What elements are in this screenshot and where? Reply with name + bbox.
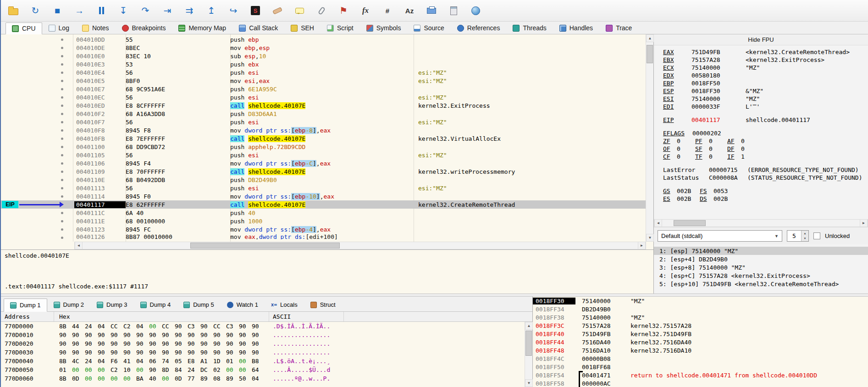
breakpoint-gutter[interactable] (1, 225, 74, 233)
dump-row[interactable]: 770D005001000000C21000908D8424DC02000064… (1, 365, 525, 374)
scroll-left-icon[interactable]: ◄ (75, 242, 83, 249)
execute-till-return-icon[interactable]: ⇥ (160, 4, 174, 17)
dump-row[interactable]: 770D00608B0D00000000BA40000D778908895004… (1, 374, 525, 383)
disasm-row[interactable]: 00401109E8 70FFFFFFcall shellcode.40107E… (1, 167, 646, 176)
functions-icon[interactable]: fx (359, 4, 372, 17)
attach-icon[interactable] (315, 4, 328, 17)
scroll-right-icon[interactable]: ► (860, 219, 868, 227)
scrollbar-track[interactable] (662, 220, 860, 227)
scrollbar-track[interactable] (525, 330, 532, 379)
step-over-icon[interactable]: ↷ (138, 4, 152, 17)
breakpoint-gutter[interactable] (1, 134, 74, 143)
disasm-row[interactable]: 004010EC56push esiesi:"MZ" (1, 93, 646, 101)
stack-row[interactable]: 0018FF447516DA40kernel32.7516DA40 (533, 338, 868, 346)
tab-dump-2[interactable]: Dump 2 (47, 298, 91, 311)
stack-row[interactable]: 0018FF3C75157A28kernel32.75157A28 (533, 321, 868, 330)
breakpoint-gutter[interactable] (1, 68, 74, 77)
disasm-row[interactable]: 004011068945 F4mov dword ptr ss:[ebp-C],… (1, 159, 646, 167)
tab-script[interactable]: Script (321, 22, 360, 34)
tab-dump-5[interactable]: Dump 5 (177, 298, 221, 311)
calculator-icon[interactable] (447, 4, 460, 17)
call-arg-row[interactable]: 5: [esp+10] 751D49FB <kernel32.CreateRem… (654, 280, 868, 288)
tab-dump-3[interactable]: Dump 3 (90, 298, 134, 311)
disassembly-view[interactable]: 004010DD55push ebp004010DE8BECmov ebp,es… (1, 34, 646, 242)
breakpoint-gutter[interactable] (1, 209, 74, 217)
tab-seh[interactable]: SEH (284, 22, 321, 34)
step-into-icon[interactable]: ↧ (116, 4, 130, 17)
labels-icon[interactable]: # (381, 4, 394, 17)
disasm-row[interactable]: 004010E768 9C951A6Epush 6E1A959C (1, 85, 646, 93)
dump-rows[interactable]: 770D00008B442404CCC20400CC90C390CCC39090… (1, 322, 525, 387)
breakpoint-gutter[interactable] (1, 35, 74, 44)
stack-pane[interactable]: 0018FF3075140000"MZ"0018FF34DB2D49B00018… (533, 297, 868, 387)
tab-locals[interactable]: x=Locals (265, 298, 304, 311)
scrollbar-thumb[interactable] (190, 243, 340, 249)
stack-row[interactable]: 0018FF500018FF68 (533, 363, 868, 371)
breakpoint-gutter[interactable] (1, 192, 74, 200)
calling-convention-select[interactable]: Default (stdcall) ▼ (658, 230, 782, 242)
run-to-user-code-icon[interactable]: ⇉ (182, 4, 196, 17)
spin-down-icon[interactable]: ▼ (802, 236, 808, 242)
register-row[interactable]: ESI75140000"MZ" (654, 95, 868, 103)
stack-row[interactable]: 0018FF34DB2D49B0 (533, 305, 868, 313)
disasm-row[interactable]: 0040110E68 B0492DDBpush DB2D49B0 (1, 176, 646, 184)
tab-watch-1[interactable]: Watch 1 (221, 298, 265, 311)
horizontal-splitter[interactable] (1, 293, 868, 297)
disasm-row[interactable]: 0040110556push esiesi:"MZ" (1, 151, 646, 159)
hide-fpu-button[interactable]: Hide FPU (654, 34, 868, 45)
stack-row[interactable]: 0018FF5400401471return to shellcode.0040… (533, 371, 868, 379)
register-row[interactable]: ESP0018FF30&"MZ" (654, 87, 868, 95)
tab-log[interactable]: Log (42, 22, 76, 34)
breakpoint-gutter[interactable] (1, 52, 74, 60)
breakpoint-gutter[interactable] (1, 126, 74, 134)
breakpoint-gutter[interactable] (1, 118, 74, 126)
register-row[interactable]: ES002BDS002B (654, 195, 868, 203)
animate-into-icon[interactable]: ↪ (227, 4, 240, 17)
tab-symbols[interactable]: Symbols (360, 22, 408, 34)
disasm-row[interactable]: 004010DE8BECmov ebp,esp (1, 44, 646, 52)
breakpoint-gutter[interactable] (1, 151, 74, 159)
scroll-left-icon[interactable]: ◄ (654, 219, 662, 227)
tab-breakpoints[interactable]: Breakpoints (116, 22, 172, 34)
register-row[interactable]: EBP0018FF50 (654, 79, 868, 87)
breakpoint-gutter[interactable] (1, 44, 74, 52)
breakpoint-gutter[interactable] (1, 101, 74, 110)
tab-cpu[interactable]: CPU (6, 22, 42, 34)
register-row[interactable]: ECX75140000"MZ" (654, 64, 868, 72)
call-arg-row[interactable]: 2: [esp+4] DB2D49B0 (654, 255, 868, 263)
comments-icon[interactable] (293, 4, 306, 17)
spin-up-icon[interactable]: ▲ (802, 231, 808, 236)
register-row[interactable]: EAX751D49FB<kernel32.CreateRemoteThread> (654, 48, 868, 56)
breakpoint-gutter[interactable] (1, 85, 74, 93)
dump-row[interactable]: 770D003090909090909090909090909090909090… (1, 348, 525, 357)
disasm-row[interactable]: 0040111E68 00100000push 1000 (1, 217, 646, 225)
disasm-row[interactable]: 004010F88945 F8mov dword ptr ss:[ebp-8],… (1, 126, 646, 134)
stack-row[interactable]: 0018FF58000000AC (533, 379, 868, 387)
register-row[interactable]: LastStatusC000008A(STATUS_RESOURCE_TYPE_… (654, 174, 868, 182)
call-arg-row[interactable]: 3: [esp+8] 75140000 "MZ" (654, 263, 868, 271)
scroll-right-icon[interactable]: ► (638, 242, 646, 249)
stop-icon[interactable]: ■ (50, 4, 64, 17)
scrollbar-thumb[interactable] (525, 331, 532, 356)
run-icon[interactable]: → (72, 4, 86, 17)
tab-handles[interactable]: Handles (553, 22, 599, 34)
dump-vscrollbar[interactable]: ▲ ▼ (525, 322, 532, 387)
breakpoint-gutter[interactable] (1, 233, 74, 239)
disasm-row[interactable]: 0040110068 DD9CBD72push apphelp.72BD9CDD (1, 143, 646, 151)
dump-row[interactable]: 770D002090909090909090909090909090909090… (1, 339, 525, 348)
breakpoint-gutter[interactable] (1, 110, 74, 118)
disasm-row[interactable]: 004010FBE8 7EFFFFFFcall shellcode.40107E… (1, 134, 646, 143)
register-row[interactable]: CF0TF0IF1 (654, 153, 868, 160)
register-row[interactable]: OF0SF0DF0 (654, 145, 868, 153)
breakpoint-gutter[interactable] (1, 159, 74, 167)
dump-row[interactable]: 770D001090909090909090909090909090909090… (1, 331, 525, 339)
scrollbar-track[interactable] (83, 242, 638, 249)
encode-icon[interactable]: Az (403, 4, 416, 17)
tab-notes[interactable]: Notes (76, 22, 116, 34)
scroll-down-icon[interactable]: ▼ (646, 234, 654, 242)
disasm-row[interactable]: 0040111C6A 40push 40 (1, 209, 646, 217)
stack-row[interactable]: 0018FF4C00000B08 (533, 354, 868, 363)
call-arg-row[interactable]: 1: [esp] 75140000 "MZ" (654, 247, 868, 255)
breakpoint-gutter[interactable] (1, 77, 74, 85)
disasm-row[interactable]: 004011268B87 00010000mov eax,dword ptr d… (1, 233, 646, 239)
